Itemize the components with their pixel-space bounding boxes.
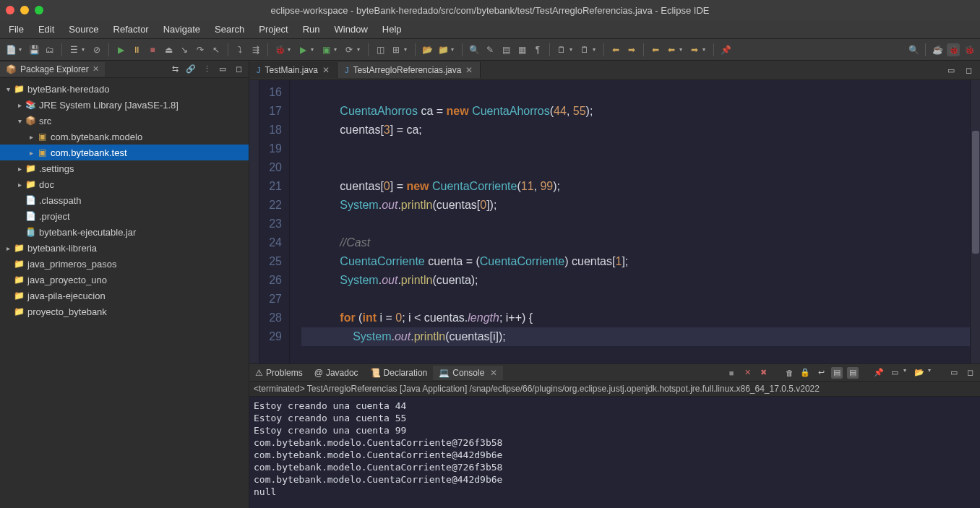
menu-window[interactable]: Window — [329, 22, 374, 37]
nav-forward-icon[interactable]: ➡ — [688, 43, 701, 56]
menu-search[interactable]: Search — [209, 22, 250, 37]
close-icon[interactable]: ✕ — [322, 65, 330, 75]
dropdown-icon[interactable]: ▾ — [702, 46, 708, 53]
maximize-icon[interactable]: ◻ — [233, 64, 244, 75]
clear-console-icon[interactable]: 🗑 — [783, 367, 795, 379]
coverage-icon[interactable]: ▣ — [319, 43, 332, 56]
new-icon[interactable]: 📄 — [4, 43, 17, 56]
console-output[interactable]: Estoy creando una cuenta 44 Estoy creand… — [249, 397, 980, 508]
expand-arrow-icon[interactable]: ▸ — [26, 149, 36, 157]
step-over-icon[interactable]: ↷ — [194, 43, 207, 56]
dropdown-icon[interactable]: ▾ — [288, 46, 293, 53]
close-icon[interactable]: ✕ — [93, 64, 99, 74]
search-icon[interactable]: 🔍 — [468, 43, 481, 56]
menu-refactor[interactable]: Refactor — [108, 22, 155, 37]
editor-tab[interactable]: JTestArregloReferencias.java✕ — [338, 62, 481, 78]
debug-icon[interactable]: 🐞 — [273, 43, 286, 56]
dropdown-icon[interactable]: ▾ — [404, 46, 410, 53]
show-console-on-out-icon[interactable]: ▤ — [831, 367, 843, 379]
close-icon[interactable]: ✕ — [465, 65, 473, 75]
tree-item[interactable]: 📁proyecto_bytebank — [0, 303, 249, 319]
new-java-package-icon[interactable]: ⊞ — [390, 43, 403, 56]
expand-arrow-icon[interactable]: ▸ — [14, 101, 25, 109]
pin-console-icon[interactable]: 📌 — [873, 367, 885, 379]
menu-help[interactable]: Help — [377, 22, 408, 37]
expand-arrow-icon[interactable]: ▾ — [3, 85, 13, 93]
run-last-icon[interactable]: ⟳ — [343, 43, 356, 56]
tree-item[interactable]: 📄.classpath — [0, 192, 249, 208]
disconnect-icon[interactable]: ⏏ — [162, 43, 175, 56]
tree-item[interactable]: ▸📚JRE System Library [JavaSE-1.8] — [0, 97, 249, 113]
drop-to-frame-icon[interactable]: ⤵ — [233, 43, 246, 56]
minimize-icon[interactable]: ▭ — [217, 64, 228, 75]
package-explorer-tab[interactable]: 📦 Package Explorer ✕ — [0, 62, 105, 77]
show-console-on-err-icon[interactable]: ▤ — [847, 367, 859, 379]
minimize-bottom-icon[interactable]: ▭ — [948, 367, 960, 379]
dropdown-icon[interactable]: ▾ — [357, 46, 363, 53]
dropdown-icon[interactable]: ▾ — [334, 46, 340, 53]
project-tree[interactable]: ▾📁byteBank-heredado▸📚JRE System Library … — [0, 78, 249, 508]
terminate-console-icon[interactable]: ■ — [726, 367, 737, 379]
expand-arrow-icon[interactable]: ▸ — [14, 165, 25, 173]
menu-project[interactable]: Project — [253, 22, 293, 37]
tree-item[interactable]: ▾📦src — [0, 113, 249, 129]
tree-item[interactable]: 📁java_primeros_pasos — [0, 256, 249, 272]
dropdown-icon[interactable]: ▾ — [82, 46, 87, 53]
dropdown-icon[interactable]: ▾ — [593, 46, 598, 53]
scroll-thumb[interactable] — [972, 131, 979, 254]
minimize-editor-icon[interactable]: ▭ — [945, 64, 957, 76]
toggle-mark-icon[interactable]: ✎ — [483, 43, 497, 56]
expand-arrow-icon[interactable]: ▸ — [3, 244, 13, 252]
tree-item[interactable]: ▸📁bytebank-libreria — [0, 240, 249, 256]
tree-item[interactable]: 📄.project — [0, 208, 249, 224]
collapse-all-icon[interactable]: ⇆ — [169, 64, 181, 75]
code-editor[interactable]: 1617181920212223242526272829 CuentaAhorr… — [249, 80, 980, 363]
nav-back-icon[interactable]: ⬅ — [665, 43, 678, 56]
tree-item[interactable]: 📁java_proyecto_uno — [0, 272, 249, 288]
close-icon[interactable]: ✕ — [490, 368, 497, 378]
forward-icon[interactable]: ➡ — [625, 43, 638, 56]
word-wrap-icon[interactable]: ↩ — [815, 367, 827, 379]
expand-arrow-icon[interactable]: ▾ — [14, 117, 25, 125]
tree-item[interactable]: ▾📁byteBank-heredado — [0, 81, 249, 97]
close-window-button[interactable] — [6, 6, 14, 14]
menu-file[interactable]: File — [3, 22, 30, 37]
toggle-breadcrumb-icon[interactable]: ☰ — [67, 43, 80, 56]
tree-item[interactable]: ▸▣com.bytebank.modelo — [0, 129, 249, 145]
dropdown-icon[interactable]: ▾ — [928, 367, 934, 379]
bottom-tab-console[interactable]: 💻Console✕ — [433, 366, 503, 380]
menu-navigate[interactable]: Navigate — [158, 22, 206, 37]
next-annotation-icon[interactable]: 🗒 — [555, 43, 568, 56]
back-icon[interactable]: ⬅ — [609, 43, 622, 56]
step-return-icon[interactable]: ↖ — [210, 43, 223, 56]
quick-access-icon[interactable]: 🔍 — [907, 43, 920, 56]
save-all-icon[interactable]: 🗂 — [43, 43, 56, 56]
open-type-icon[interactable]: 📂 — [421, 43, 434, 56]
menu-source[interactable]: Source — [63, 22, 104, 37]
expand-arrow-icon[interactable]: ▸ — [26, 133, 36, 141]
open-task-icon[interactable]: 📁 — [437, 43, 450, 56]
prev-annotation-icon[interactable]: 🗒 — [578, 43, 591, 56]
expand-arrow-icon[interactable]: ▸ — [14, 181, 25, 189]
dropdown-icon[interactable]: ▾ — [679, 46, 685, 53]
run-icon[interactable]: ▶ — [296, 43, 309, 56]
tree-item[interactable]: 🫙bytebank-ejecutable.jar — [0, 224, 249, 240]
dropdown-icon[interactable]: ▾ — [903, 367, 909, 379]
open-console-icon[interactable]: 📂 — [914, 367, 925, 379]
maximize-bottom-icon[interactable]: ◻ — [964, 367, 976, 379]
block-selection-icon[interactable]: ▦ — [515, 43, 528, 56]
pin-editor-icon[interactable]: 📌 — [719, 43, 732, 56]
new-java-class-icon[interactable]: ◫ — [374, 43, 387, 56]
bottom-tab-problems[interactable]: ⚠Problems — [249, 366, 309, 380]
perspective-java-icon[interactable]: ☕ — [931, 43, 944, 56]
annotation-icon[interactable]: ▤ — [499, 43, 512, 56]
last-edit-icon[interactable]: ⬅ — [649, 43, 662, 56]
vertical-scrollbar[interactable] — [970, 80, 980, 363]
display-selected-console-icon[interactable]: ▭ — [889, 367, 901, 379]
tree-item[interactable]: ▸📁.settings — [0, 160, 249, 176]
perspective-open-icon[interactable]: 🐞 — [963, 43, 976, 56]
tree-item[interactable]: 📁java-pila-ejecucion — [0, 288, 249, 303]
maximize-window-button[interactable] — [35, 6, 43, 14]
step-into-icon[interactable]: ↘ — [178, 43, 191, 56]
dropdown-icon[interactable]: ▾ — [311, 46, 317, 53]
